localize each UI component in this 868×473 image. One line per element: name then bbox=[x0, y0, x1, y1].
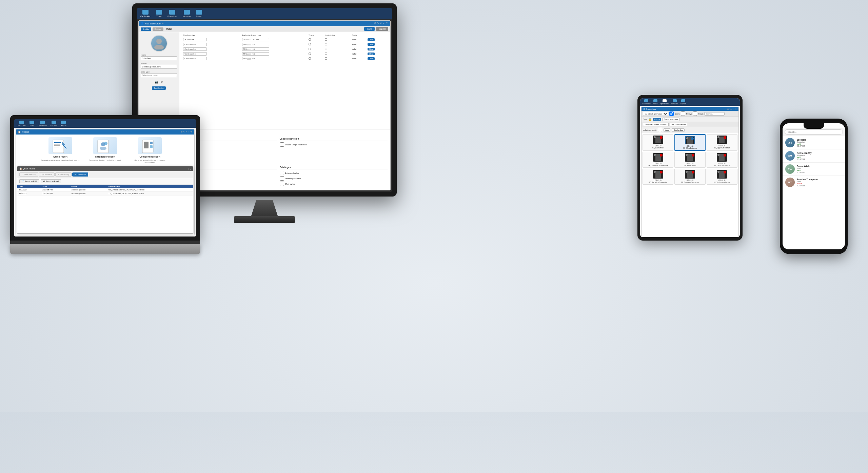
monitor-nav-operations[interactable]: Operations bbox=[167, 10, 177, 17]
trace-cb-1[interactable] bbox=[309, 38, 311, 41]
step-customize[interactable]: 2- Customize bbox=[39, 172, 55, 177]
door-cell-01[interactable]: (01.01.1)01_CashOffice bbox=[643, 134, 673, 151]
door-cell-09[interactable]: (01.01.1)09_TimLockupGarage bbox=[707, 169, 737, 185]
component-report-card[interactable]: Component report Generate a door list ba… bbox=[130, 137, 170, 163]
tab-win-controls[interactable]: ⊞ ✎ ✕ ＋ 👁 bbox=[727, 108, 737, 110]
laptop-device: Cardholder Video Operations Intrusion bbox=[10, 115, 200, 254]
list-item[interactable]: BT Brandon Thompson Staff Invalid 2C:472… bbox=[783, 176, 845, 189]
card-date-4[interactable] bbox=[242, 52, 269, 56]
sites-filter[interactable]: All sites & gateways bbox=[643, 112, 668, 116]
laptop-nav-cardholder[interactable]: Cardholder bbox=[17, 121, 26, 126]
door-cell-08[interactable]: (01.03.1)08_GarbageCompactor bbox=[674, 169, 705, 185]
laptop-nav-video[interactable]: Video bbox=[29, 121, 34, 126]
monitor-window-controls[interactable]: ⊞ ✎ ✕ ＋ bbox=[374, 22, 385, 25]
step-processing[interactable]: 3- Processing bbox=[55, 172, 72, 177]
component-report-title: Component report bbox=[139, 156, 160, 158]
delete-icon[interactable]: 🗑 bbox=[160, 81, 163, 84]
lost-cb-3[interactable] bbox=[325, 48, 327, 50]
clear-btn-2[interactable]: Clear bbox=[368, 43, 375, 46]
quick-report-card[interactable]: Quick report Generate a quick report bas… bbox=[40, 137, 81, 163]
disable-button[interactable]: Disable bbox=[153, 27, 163, 31]
clear-btn-4[interactable]: Clear bbox=[368, 53, 375, 55]
card-number-2[interactable] bbox=[183, 43, 207, 46]
card-date-5[interactable] bbox=[242, 57, 269, 60]
display-live-button[interactable]: Display live bbox=[672, 128, 685, 132]
lost-cb-5[interactable] bbox=[325, 57, 327, 60]
inputs-radio[interactable] bbox=[693, 111, 697, 116]
monitor-nav-video[interactable]: Video bbox=[156, 10, 162, 17]
laptop-nav-report[interactable]: Report bbox=[61, 121, 66, 126]
person-card: 2C:47094 bbox=[797, 158, 842, 160]
card-number-3[interactable] bbox=[183, 47, 207, 51]
export-excel-button[interactable]: 🖨 Export as Excel bbox=[41, 179, 61, 183]
arm-cb[interactable] bbox=[658, 128, 662, 132]
temporary-unlock-button[interactable]: Temporary unlock 00:00:10 bbox=[643, 123, 669, 126]
monitor-nav-cardholder[interactable]: Cardholder bbox=[140, 10, 151, 17]
arm-button[interactable]: Arm bbox=[664, 128, 670, 132]
email-input[interactable] bbox=[141, 65, 177, 69]
lost-cb-2[interactable] bbox=[325, 43, 327, 45]
name-input[interactable] bbox=[141, 56, 177, 60]
step-filter[interactable]: 1- Filter selection bbox=[19, 172, 38, 177]
monitor-nav-intrusion[interactable]: Intrusion bbox=[183, 10, 191, 17]
lost-cb-1[interactable] bbox=[325, 38, 327, 41]
cardtype-input[interactable] bbox=[141, 73, 177, 77]
tab-nav-report[interactable]: Report bbox=[680, 99, 686, 105]
save-button[interactable]: Save bbox=[364, 27, 375, 31]
phone-search-input[interactable] bbox=[785, 129, 843, 135]
cancel-button[interactable]: Cancel bbox=[376, 27, 388, 31]
col-description: Description bbox=[107, 185, 193, 188]
tab-nav-cardholder[interactable]: Cardholder bbox=[642, 99, 651, 105]
clear-btn-1[interactable]: Clear bbox=[368, 38, 375, 41]
enable-button[interactable]: Enable bbox=[141, 27, 151, 31]
card-date-1[interactable] bbox=[242, 38, 269, 41]
trace-cb-2[interactable] bbox=[309, 43, 311, 45]
door-cell-02[interactable]: (01.01.1)02_OfficeEntrance bbox=[674, 134, 705, 151]
clear-btn-5[interactable]: Clear bbox=[368, 57, 375, 60]
door-cell-04[interactable]: (01.01.1)04_UpperOfficeDealerSide bbox=[643, 152, 673, 168]
tablet-search[interactable] bbox=[704, 112, 725, 116]
camera-icon[interactable]: 📷 bbox=[155, 81, 158, 84]
card-date-3[interactable] bbox=[242, 47, 269, 51]
step-completed[interactable]: 4- Completed bbox=[72, 172, 88, 177]
cardholder-report-card[interactable]: Cardholder report Generate a detailed ca… bbox=[85, 137, 125, 163]
card-date-2[interactable] bbox=[242, 43, 269, 46]
enable-usage-row: Enable usage restriction bbox=[280, 142, 388, 147]
trace-cb-3[interactable] bbox=[309, 48, 311, 50]
door-cell-05[interactable]: (01.01.1)05_ServerRoom bbox=[674, 152, 705, 168]
trace-cb-4[interactable] bbox=[309, 53, 311, 55]
print-badge-button[interactable]: Print badge bbox=[152, 86, 165, 90]
lost-cb-4[interactable] bbox=[325, 53, 327, 55]
relays-radio[interactable] bbox=[681, 111, 685, 116]
qr-win-controls[interactable]: ✕ + bbox=[188, 168, 191, 170]
quick-report-toolbar: 📄 Export as PDF 🖨 Export as Excel bbox=[17, 178, 193, 185]
doors-radio[interactable] bbox=[669, 111, 674, 116]
door-cell-06[interactable]: (01.01.1)06_ServiceEntrance bbox=[707, 152, 737, 168]
card-number-5[interactable] bbox=[183, 57, 207, 60]
list-item[interactable]: EW Emma Wilde Staff Valid 2C:47278 bbox=[783, 163, 845, 176]
card-number-4[interactable] bbox=[183, 52, 207, 56]
enable-usage-cb[interactable] bbox=[280, 142, 284, 147]
extended-delay-cb[interactable] bbox=[280, 171, 284, 175]
list-item[interactable]: JR Joe Reid Executive Valid 2C:47224 bbox=[783, 136, 845, 149]
disable-passback-cb[interactable] bbox=[280, 176, 284, 181]
export-pdf-button[interactable]: 📄 Export as PDF bbox=[19, 179, 39, 183]
trace-cb-5[interactable] bbox=[309, 57, 311, 60]
list-item[interactable]: KM Ken McCarthy Managers Valid 2C:47094 bbox=[783, 149, 845, 163]
tab-nav-intrusion[interactable]: Intrusion bbox=[671, 99, 678, 105]
unlock-button[interactable]: Unlock bbox=[653, 118, 661, 121]
laptop-nav-intrusion[interactable]: Intrusion bbox=[50, 121, 57, 126]
laptop-nav-operations[interactable]: Operations bbox=[38, 121, 47, 126]
card-number-1[interactable] bbox=[183, 38, 207, 41]
monitor-nav-report[interactable]: Report bbox=[196, 10, 202, 17]
multi-swipe-cb[interactable] bbox=[280, 182, 284, 186]
laptop-win-controls[interactable]: ⊞ ✎ ✕ ＋ 👁 bbox=[181, 130, 192, 133]
tab-nav-operations[interactable]: Operations bbox=[660, 99, 668, 105]
svg-point-0 bbox=[156, 39, 162, 44]
clear-btn-3[interactable]: Clear bbox=[368, 48, 375, 50]
door-cell-07[interactable]: (01.01.1)07_RecyclingCompactor bbox=[643, 169, 673, 185]
tab-nav-video[interactable]: Video bbox=[653, 99, 658, 105]
back-to-schedule-button[interactable]: Back to schedule bbox=[670, 123, 687, 126]
one-time-access-button[interactable]: One time access bbox=[662, 118, 679, 121]
door-cell-03[interactable]: (01.01.1)03_UpperOfficeStaff bbox=[707, 134, 737, 151]
